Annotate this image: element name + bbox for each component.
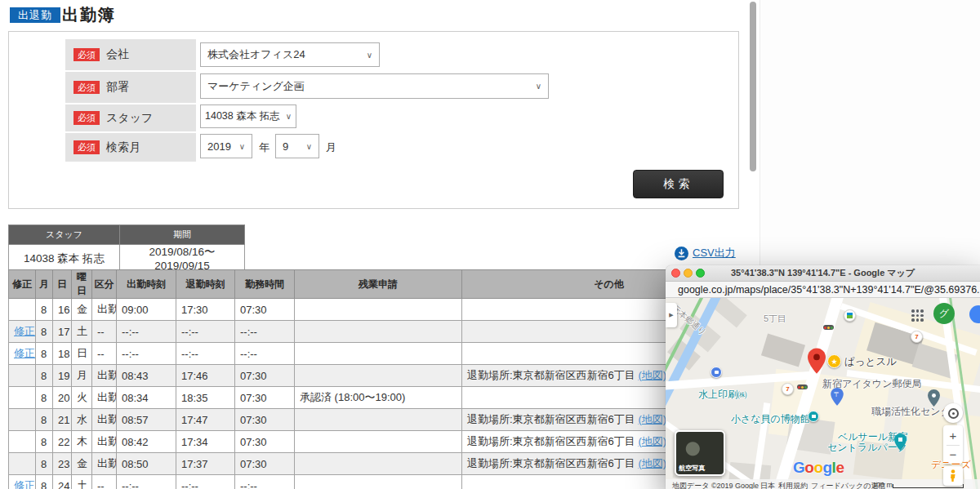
zoom-in-button[interactable]: + [950,426,957,445]
museum-label[interactable]: 小さな貝の博物館 [731,412,810,426]
work-center-pin[interactable] [928,389,940,407]
scale-text: 100 m [872,481,893,489]
familymart-icon[interactable] [844,309,856,322]
seven-eleven-icon[interactable]: 7 [911,331,923,343]
year-select[interactable]: 2019 ∨ [200,134,252,158]
day-cell: 22 [53,431,72,453]
clockout-cell: --:-- [176,321,235,343]
terms-link[interactable]: 利用規約 [778,481,808,489]
hours-cell: --:-- [235,475,295,489]
col-category: 区分 [92,270,117,299]
pegman-icon [949,469,957,482]
minimize-button[interactable] [684,269,693,278]
company-label-cell: 必須 会社 [65,39,196,70]
country-label: 日本 [760,481,775,489]
traffic-light-icon [797,385,808,389]
department-select[interactable]: マーケティング企画 ∨ [200,73,549,99]
month-unit: 月 [326,140,336,155]
panel-collapse-button[interactable]: ▶ [666,303,677,327]
day-cell: 23 [53,453,72,475]
chevron-down-icon: ∨ [286,112,292,121]
hall-pin[interactable] [894,433,906,451]
category-cell: 出勤 [92,365,117,387]
map-canvas[interactable]: 元本郷通り 5丁目 ぱっとスル 新宿アイタウン郵便局 水上印刷㈱ 小さな貝の博物… [666,298,980,489]
month-cell: 8 [36,299,53,321]
col-day: 日 [53,270,72,299]
fix-cell: 修正 [9,475,36,489]
print-company-label[interactable]: 水上印刷㈱ [698,388,747,402]
apps-grid-icon[interactable] [911,309,924,322]
fix-cell: 修正 [9,321,36,343]
overtime-cell [295,409,462,431]
month-cell: 8 [36,365,53,387]
my-location-button[interactable] [943,403,963,423]
google-logo-letter: o [813,459,822,476]
post-office-pin[interactable]: 〒 [831,388,844,406]
print-company-icon[interactable] [710,367,722,378]
col-weekday: 曜日 [72,270,92,299]
pegman-button[interactable] [943,466,963,486]
year-value: 2019 [207,140,231,153]
category-cell: 出勤 [92,431,117,453]
clockin-cell: --:-- [117,321,176,343]
close-button[interactable] [671,269,680,278]
hours-cell: 07:30 [235,387,295,409]
month-cell: 8 [36,409,53,431]
overtime-cell [295,365,462,387]
seven-eleven-icon[interactable]: 7 [782,383,794,395]
search-button[interactable]: 検索 [633,170,724,198]
map-link[interactable]: (地図) [638,413,666,425]
fix-cell [9,409,36,431]
fix-cell [9,299,36,321]
fix-cell [9,453,36,475]
month-cell: 8 [36,321,53,343]
museum-icon[interactable] [808,411,819,422]
clockout-cell: 18:35 [176,387,235,409]
attendance-row: 820火出勤08:3418:3507:30承認済 (18:00〜19:00) [9,387,756,409]
day-cell: 18 [53,343,72,365]
month-select[interactable]: 9 ∨ [275,134,319,158]
company-select[interactable]: 株式会社オフィス24 ∨ [200,42,380,67]
map-link[interactable]: (地図) [638,435,666,447]
star-poi-label[interactable]: ぱっとスル [844,355,897,369]
vertical-scrollbar[interactable] [750,2,756,171]
chevron-down-icon: ∨ [306,142,312,151]
map-link[interactable]: (地図) [638,369,666,381]
clockin-cell: 08:34 [117,387,176,409]
fix-link[interactable]: 修正 [14,325,35,337]
svg-text:〒: 〒 [834,390,840,398]
attendance-table: 修正 月 日 曜日 区分 出勤時刻 退勤時刻 勤務時間 残業申請 その他 816… [8,269,756,489]
staff-label-cell: 必須 スタッフ [65,104,196,131]
csv-export[interactable]: CSV出力 [675,246,736,260]
weekday-cell: 火 [72,387,92,409]
fix-link[interactable]: 修正 [14,347,35,359]
overtime-cell [295,475,462,489]
google-logo-letter: g [823,459,832,476]
satellite-view-toggle[interactable]: 航空写真 [675,430,725,476]
company-label: 会社 [106,47,129,62]
district-label: 5丁目 [764,313,786,325]
account-avatar[interactable]: グ [933,303,955,324]
star-poi-icon[interactable]: ★ [827,354,841,368]
google-logo-letter: o [804,459,813,476]
department-value: マーケティング企画 [207,79,305,94]
clockin-cell: --:-- [117,343,176,365]
fix-link[interactable]: 修正 [14,479,35,489]
hours-cell: --:-- [235,343,295,365]
staff-select[interactable]: 14038 森本 拓志 ∨ [200,104,296,128]
url-bar[interactable]: google.co.jp/maps/place/35°41'38.3"N+139… [666,282,980,298]
red-pin-marker[interactable] [808,348,826,374]
map-link[interactable]: (地図) [638,457,666,469]
profile-dot-icon[interactable] [969,305,980,323]
month-cell: 8 [36,453,53,475]
weekday-cell: 月 [72,365,92,387]
csv-export-link[interactable]: CSV出力 [693,246,736,260]
clockout-cell: 17:30 [176,299,235,321]
zoom-button[interactable] [696,269,705,278]
chevron-down-icon: ∨ [536,82,541,91]
weekday-cell: 日 [72,343,92,365]
category-cell: 出勤 [92,409,117,431]
required-badge: 必須 [74,48,100,61]
window-titlebar: 35°41'38.3"N 139°41'14.7"E - Google マップ [666,265,980,282]
fix-cell: 修正 [9,343,36,365]
